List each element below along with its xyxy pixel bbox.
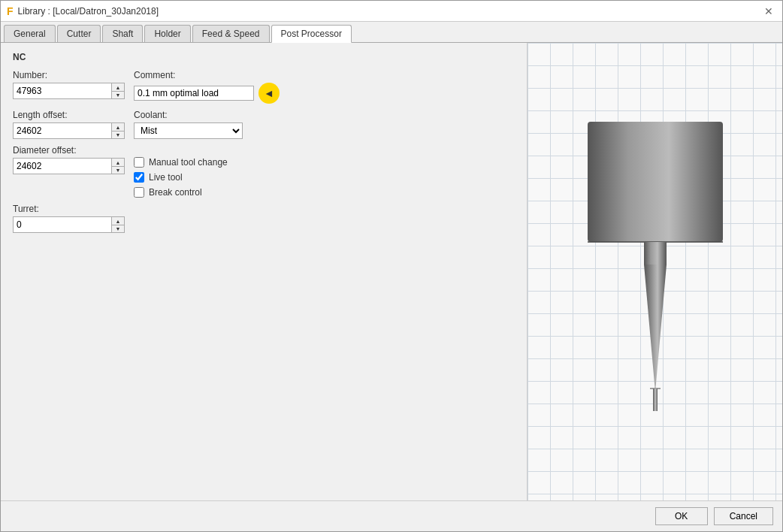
bottom-bar: OK Cancel [1,500,782,531]
coolant-select[interactable]: Mist Flood Air None [134,122,243,139]
break-control-checkbox[interactable] [134,187,144,198]
length-offset-spinner: ▲ ▼ [111,123,124,138]
window-title: Library : [Local/Datron_30Jan2018] [18,6,159,17]
number-down-btn[interactable]: ▼ [112,91,124,98]
manual-tool-change-item[interactable]: Manual tool change [134,157,228,168]
tab-holder[interactable]: Holder [144,25,190,42]
diameter-offset-group: Diameter offset: ▲ ▼ [13,145,125,174]
tab-cutter[interactable]: Cutter [57,25,101,42]
turret-input[interactable] [14,217,111,232]
diameter-offset-label: Diameter offset: [13,145,125,156]
number-spinner: ▲ ▼ [111,83,124,98]
tabs-bar: General Cutter Shaft Holder Feed & Speed… [1,22,782,43]
coolant-label: Coolant: [134,110,243,120]
grid-background [528,43,782,500]
number-input[interactable] [14,83,111,98]
manual-tool-change-label: Manual tool change [149,157,228,168]
app-icon: F [7,5,14,17]
length-coolant-row: Length offset: ▲ ▼ Coolant: Mist Flood [13,110,515,139]
title-bar: F Library : [Local/Datron_30Jan2018] ✕ [1,1,782,22]
manual-tool-change-checkbox[interactable] [134,157,144,168]
tab-post-processor[interactable]: Post Processor [271,25,352,43]
checkbox-group: Manual tool change Live tool Break contr… [134,157,228,198]
number-label: Number: [13,70,125,80]
break-control-label: Break control [149,187,202,198]
number-input-container: ▲ ▼ [13,83,125,99]
comment-row: ◄ [134,83,280,104]
title-bar-left: F Library : [Local/Datron_30Jan2018] [7,5,159,17]
live-tool-label: Live tool [149,172,183,183]
content-area: NC Number: ▲ ▼ Comment: [1,43,782,500]
length-offset-input-container: ▲ ▼ [13,122,125,139]
close-button[interactable]: ✕ [761,5,776,18]
diameter-offset-down-btn[interactable]: ▼ [112,166,124,174]
comment-group: Comment: ◄ [134,70,280,104]
number-group: Number: ▲ ▼ [13,70,125,99]
turret-row: Turret: ▲ ▼ [13,204,515,233]
length-offset-group: Length offset: ▲ ▼ [13,110,125,139]
length-offset-input[interactable] [14,123,111,138]
left-panel: NC Number: ▲ ▼ Comment: [1,43,527,500]
turret-input-container: ▲ ▼ [13,216,125,233]
turret-spinner: ▲ ▼ [111,217,124,232]
tab-feed-speed[interactable]: Feed & Speed [192,25,270,42]
comment-input[interactable] [134,86,254,101]
number-up-btn[interactable]: ▲ [112,83,124,91]
turret-group: Turret: ▲ ▼ [13,204,125,233]
tab-shaft[interactable]: Shaft [102,25,143,42]
svg-rect-2 [644,242,667,264]
live-tool-checkbox[interactable] [134,172,144,183]
live-tool-item[interactable]: Live tool [134,172,228,183]
main-window: F Library : [Local/Datron_30Jan2018] ✕ G… [0,0,783,532]
diameter-offset-input[interactable] [14,159,111,174]
svg-rect-5 [653,388,658,411]
turret-label: Turret: [13,204,125,214]
section-title: NC [13,52,515,62]
diameter-checkboxes-row: Diameter offset: ▲ ▼ Manual tool change [13,145,515,198]
tab-general[interactable]: General [4,25,56,42]
comment-arrow-button[interactable]: ◄ [258,83,280,104]
svg-marker-3 [644,264,667,392]
diameter-offset-spinner: ▲ ▼ [111,159,124,174]
right-panel [527,43,782,500]
number-comment-row: Number: ▲ ▼ Comment: ◄ [13,70,515,104]
diameter-offset-up-btn[interactable]: ▲ [112,159,124,166]
coolant-group: Coolant: Mist Flood Air None [134,110,243,139]
svg-rect-0 [588,122,723,242]
ok-button[interactable]: OK [655,507,708,525]
cancel-button[interactable]: Cancel [714,507,773,525]
length-offset-label: Length offset: [13,110,125,120]
break-control-item[interactable]: Break control [134,187,228,198]
tool-preview [580,107,730,425]
comment-label: Comment: [134,70,280,80]
diameter-offset-input-container: ▲ ▼ [13,158,125,174]
length-offset-down-btn[interactable]: ▼ [112,131,124,138]
turret-up-btn[interactable]: ▲ [112,217,124,225]
length-offset-up-btn[interactable]: ▲ [112,123,124,131]
turret-down-btn[interactable]: ▼ [112,225,124,232]
